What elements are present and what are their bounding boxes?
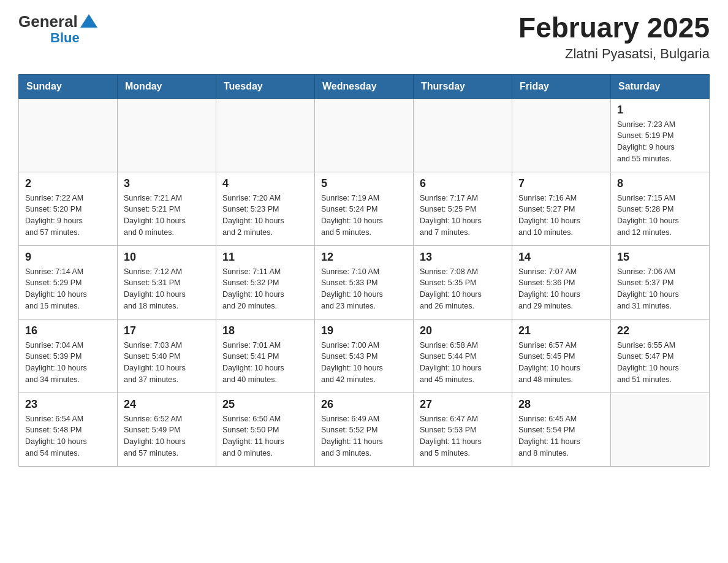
day-cell: 7Sunrise: 7:16 AM Sunset: 5:27 PM Daylig… — [512, 172, 611, 245]
day-number: 1 — [617, 104, 703, 117]
day-number: 18 — [222, 324, 308, 337]
calendar-title: February 2025 — [518, 12, 710, 44]
header-wednesday: Wednesday — [315, 74, 414, 98]
week-row-3: 9Sunrise: 7:14 AM Sunset: 5:29 PM Daylig… — [19, 245, 710, 319]
day-cell: 20Sunrise: 6:58 AM Sunset: 5:44 PM Dayli… — [414, 319, 512, 393]
day-number: 4 — [222, 177, 308, 190]
logo-triangle-icon — [80, 14, 97, 28]
day-number: 21 — [518, 324, 604, 337]
day-cell — [216, 98, 315, 172]
header-thursday: Thursday — [414, 74, 512, 98]
day-number: 27 — [420, 398, 506, 411]
day-cell: 28Sunrise: 6:45 AM Sunset: 5:54 PM Dayli… — [512, 393, 611, 466]
day-info: Sunrise: 6:47 AM Sunset: 5:53 PM Dayligh… — [420, 415, 482, 458]
day-cell — [118, 98, 216, 172]
day-cell: 27Sunrise: 6:47 AM Sunset: 5:53 PM Dayli… — [414, 393, 512, 466]
day-cell — [414, 98, 512, 172]
calendar-table: Sunday Monday Tuesday Wednesday Thursday… — [18, 74, 710, 467]
day-number: 16 — [25, 324, 111, 337]
day-number: 9 — [25, 251, 111, 264]
day-info: Sunrise: 7:01 AM Sunset: 5:41 PM Dayligh… — [222, 341, 284, 384]
day-cell: 8Sunrise: 7:15 AM Sunset: 5:28 PM Daylig… — [611, 172, 710, 245]
day-number: 25 — [222, 398, 308, 411]
day-number: 19 — [321, 324, 407, 337]
day-number: 17 — [124, 324, 210, 337]
day-cell — [512, 98, 611, 172]
day-cell: 24Sunrise: 6:52 AM Sunset: 5:49 PM Dayli… — [118, 393, 216, 466]
day-number: 15 — [617, 251, 703, 264]
day-info: Sunrise: 6:49 AM Sunset: 5:52 PM Dayligh… — [321, 415, 383, 458]
day-cell — [611, 393, 710, 466]
day-cell: 19Sunrise: 7:00 AM Sunset: 5:43 PM Dayli… — [315, 319, 414, 393]
day-cell: 21Sunrise: 6:57 AM Sunset: 5:45 PM Dayli… — [512, 319, 611, 393]
day-cell: 14Sunrise: 7:07 AM Sunset: 5:36 PM Dayli… — [512, 245, 611, 319]
day-info: Sunrise: 7:23 AM Sunset: 5:19 PM Dayligh… — [617, 120, 675, 163]
day-number: 26 — [321, 398, 407, 411]
day-number: 7 — [518, 177, 604, 190]
day-cell: 6Sunrise: 7:17 AM Sunset: 5:25 PM Daylig… — [414, 172, 512, 245]
day-info: Sunrise: 7:04 AM Sunset: 5:39 PM Dayligh… — [25, 341, 87, 384]
day-cell: 4Sunrise: 7:20 AM Sunset: 5:23 PM Daylig… — [216, 172, 315, 245]
day-info: Sunrise: 7:20 AM Sunset: 5:23 PM Dayligh… — [222, 194, 284, 237]
day-info: Sunrise: 6:57 AM Sunset: 5:45 PM Dayligh… — [518, 341, 580, 384]
day-info: Sunrise: 7:03 AM Sunset: 5:40 PM Dayligh… — [124, 341, 186, 384]
day-number: 11 — [222, 251, 308, 264]
day-cell: 22Sunrise: 6:55 AM Sunset: 5:47 PM Dayli… — [611, 319, 710, 393]
week-row-2: 2Sunrise: 7:22 AM Sunset: 5:20 PM Daylig… — [19, 172, 710, 245]
day-info: Sunrise: 6:58 AM Sunset: 5:44 PM Dayligh… — [420, 341, 482, 384]
day-number: 28 — [518, 398, 604, 411]
header-monday: Monday — [118, 74, 216, 98]
week-row-5: 23Sunrise: 6:54 AM Sunset: 5:48 PM Dayli… — [19, 393, 710, 466]
week-row-1: 1Sunrise: 7:23 AM Sunset: 5:19 PM Daylig… — [19, 98, 710, 172]
day-cell — [315, 98, 414, 172]
day-cell: 26Sunrise: 6:49 AM Sunset: 5:52 PM Dayli… — [315, 393, 414, 466]
day-info: Sunrise: 7:14 AM Sunset: 5:29 PM Dayligh… — [25, 267, 87, 310]
day-cell: 23Sunrise: 6:54 AM Sunset: 5:48 PM Dayli… — [19, 393, 118, 466]
day-info: Sunrise: 7:12 AM Sunset: 5:31 PM Dayligh… — [124, 267, 186, 310]
page-header: General Blue February 2025 Zlatni Pyasat… — [18, 12, 710, 62]
day-number: 20 — [420, 324, 506, 337]
day-number: 6 — [420, 177, 506, 190]
day-number: 13 — [420, 251, 506, 264]
day-info: Sunrise: 7:00 AM Sunset: 5:43 PM Dayligh… — [321, 341, 383, 384]
day-info: Sunrise: 7:06 AM Sunset: 5:37 PM Dayligh… — [617, 267, 679, 310]
day-cell: 11Sunrise: 7:11 AM Sunset: 5:32 PM Dayli… — [216, 245, 315, 319]
day-info: Sunrise: 7:07 AM Sunset: 5:36 PM Dayligh… — [518, 267, 580, 310]
logo-blue-text: Blue — [50, 30, 100, 46]
header-saturday: Saturday — [611, 74, 710, 98]
day-number: 12 — [321, 251, 407, 264]
day-cell — [19, 98, 118, 172]
day-cell: 5Sunrise: 7:19 AM Sunset: 5:24 PM Daylig… — [315, 172, 414, 245]
day-info: Sunrise: 7:19 AM Sunset: 5:24 PM Dayligh… — [321, 194, 383, 237]
day-cell: 13Sunrise: 7:08 AM Sunset: 5:35 PM Dayli… — [414, 245, 512, 319]
day-cell: 12Sunrise: 7:10 AM Sunset: 5:33 PM Dayli… — [315, 245, 414, 319]
calendar-subtitle: Zlatni Pyasatsi, Bulgaria — [518, 46, 710, 62]
logo: General Blue — [18, 12, 100, 46]
day-cell: 15Sunrise: 7:06 AM Sunset: 5:37 PM Dayli… — [611, 245, 710, 319]
day-info: Sunrise: 7:22 AM Sunset: 5:20 PM Dayligh… — [25, 194, 83, 237]
day-info: Sunrise: 6:55 AM Sunset: 5:47 PM Dayligh… — [617, 341, 679, 384]
day-info: Sunrise: 7:15 AM Sunset: 5:28 PM Dayligh… — [617, 194, 679, 237]
day-cell: 10Sunrise: 7:12 AM Sunset: 5:31 PM Dayli… — [118, 245, 216, 319]
day-cell: 25Sunrise: 6:50 AM Sunset: 5:50 PM Dayli… — [216, 393, 315, 466]
day-number: 5 — [321, 177, 407, 190]
header-tuesday: Tuesday — [216, 74, 315, 98]
header-friday: Friday — [512, 74, 611, 98]
day-info: Sunrise: 6:52 AM Sunset: 5:49 PM Dayligh… — [124, 415, 186, 458]
day-number: 3 — [124, 177, 210, 190]
day-number: 22 — [617, 324, 703, 337]
logo-general-text: General — [18, 12, 78, 31]
weekday-header-row: Sunday Monday Tuesday Wednesday Thursday… — [19, 74, 710, 98]
day-number: 24 — [124, 398, 210, 411]
day-info: Sunrise: 6:54 AM Sunset: 5:48 PM Dayligh… — [25, 415, 87, 458]
day-cell: 2Sunrise: 7:22 AM Sunset: 5:20 PM Daylig… — [19, 172, 118, 245]
day-cell: 18Sunrise: 7:01 AM Sunset: 5:41 PM Dayli… — [216, 319, 315, 393]
day-info: Sunrise: 7:21 AM Sunset: 5:21 PM Dayligh… — [124, 194, 186, 237]
day-info: Sunrise: 6:50 AM Sunset: 5:50 PM Dayligh… — [222, 415, 284, 458]
day-cell: 16Sunrise: 7:04 AM Sunset: 5:39 PM Dayli… — [19, 319, 118, 393]
day-number: 14 — [518, 251, 604, 264]
week-row-4: 16Sunrise: 7:04 AM Sunset: 5:39 PM Dayli… — [19, 319, 710, 393]
day-info: Sunrise: 7:11 AM Sunset: 5:32 PM Dayligh… — [222, 267, 284, 310]
day-number: 2 — [25, 177, 111, 190]
day-number: 23 — [25, 398, 111, 411]
